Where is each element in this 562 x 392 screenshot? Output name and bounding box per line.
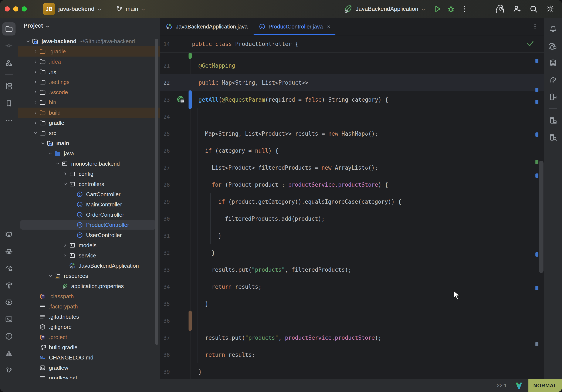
code-line[interactable]: 35} (160, 295, 544, 312)
project-panel-header[interactable]: Project ⌄ (18, 18, 160, 34)
run-button[interactable] (431, 2, 444, 16)
tree-item-application.properties[interactable]: application.properties (18, 281, 160, 291)
tree-item-gradle[interactable]: gradle (18, 118, 160, 128)
tree-item-build.gradle[interactable]: build.gradle (18, 342, 160, 353)
zoom-window-button[interactable] (22, 6, 27, 12)
tree-item-service[interactable]: service (18, 250, 160, 261)
code-line[interactable]: 36 (160, 312, 544, 329)
code-line[interactable]: 25Map<String, List<Product>> results = n… (160, 125, 544, 142)
tree-item-bin[interactable]: bin (18, 97, 160, 107)
tree-expand-toggle[interactable] (32, 110, 39, 115)
tree-item-UserController[interactable]: CUserController (18, 230, 160, 240)
tool-button-project-folder[interactable] (2, 22, 15, 36)
tree-expand-toggle[interactable] (32, 79, 39, 85)
tree-expand-toggle[interactable] (62, 181, 69, 187)
line-number[interactable]: 37 (160, 335, 170, 341)
tree-item-config[interactable]: config (18, 169, 160, 179)
tree-expand-toggle[interactable] (62, 171, 69, 177)
code-line[interactable]: 37results.put("products", productService… (160, 329, 544, 346)
line-number[interactable]: 22 (160, 80, 170, 86)
code-line[interactable]: 27List<Product> filteredProducts = new A… (160, 159, 544, 176)
tree-item-main[interactable]: main (18, 138, 160, 148)
line-number[interactable]: 21 (160, 63, 170, 69)
sticky-line-row[interactable]: 14public class ProductController { (160, 41, 544, 47)
tool-button-running-devices[interactable] (547, 90, 560, 104)
vcs-change-marker[interactable] (188, 310, 192, 331)
tool-button-terminal[interactable] (2, 313, 15, 326)
search-everywhere-button[interactable] (527, 2, 540, 16)
tree-item-.factorypath[interactable]: .factorypath (18, 301, 160, 312)
tool-button-services[interactable] (2, 296, 15, 309)
ideavim-icon[interactable] (515, 381, 523, 390)
tree-item-.settings[interactable]: .settings (18, 77, 160, 87)
tree-item-.vscode[interactable]: .vscode (18, 87, 160, 97)
project-tree-scrollbar[interactable] (155, 39, 158, 345)
tool-button-git-branch[interactable] (2, 364, 15, 377)
error-stripe-mark[interactable] (535, 252, 539, 257)
line-number[interactable]: 26 (160, 148, 170, 154)
tree-item-.gitattributes[interactable]: .gitattributes (18, 312, 160, 322)
error-stripe-mark[interactable] (535, 342, 539, 346)
code-with-me-button[interactable] (510, 2, 524, 16)
tree-item-.project[interactable]: .project (18, 332, 160, 342)
tree-item-JavaBackendApplication[interactable]: JavaBackendApplication (18, 261, 160, 271)
tree-item-models[interactable]: models (18, 240, 160, 250)
tool-button-profiler[interactable] (2, 262, 15, 275)
tool-button-structure[interactable] (2, 56, 15, 70)
code-line[interactable]: 23getAll(@RequestParam(required = false)… (160, 91, 544, 108)
tool-button-problems[interactable] (2, 330, 15, 343)
tool-button-commit[interactable] (2, 39, 15, 52)
line-number[interactable]: 30 (160, 216, 170, 222)
code-line[interactable]: 21@GetMapping (160, 57, 544, 74)
endpoint-icon[interactable] (177, 95, 185, 104)
tree-expand-toggle[interactable] (62, 243, 69, 248)
more-actions-button[interactable] (458, 2, 471, 16)
error-stripe-mark[interactable] (535, 160, 539, 164)
tree-item-resources[interactable]: resources (18, 271, 160, 281)
tool-button-bookmarks[interactable] (2, 97, 15, 110)
line-number[interactable]: 38 (160, 352, 170, 358)
settings-button[interactable] (543, 2, 557, 16)
tree-expand-toggle[interactable] (32, 100, 39, 105)
tree-expand-toggle[interactable] (47, 273, 54, 279)
tree-expand-toggle[interactable] (32, 69, 39, 75)
tree-item-ProductController[interactable]: CProductController (18, 220, 160, 230)
tree-item-.classpath[interactable]: .classpath (18, 291, 160, 301)
line-number[interactable]: 24 (160, 114, 170, 120)
line-number[interactable]: 31 (160, 233, 170, 239)
tree-item-java-backend[interactable]: java-backend~/Github/java-backend (18, 36, 160, 46)
tool-button-copilot-cat[interactable] (2, 228, 15, 241)
branch-widget[interactable]: main ⌄ (116, 5, 145, 12)
code-line[interactable]: 32} (160, 244, 544, 261)
tool-button-build-hammer[interactable] (2, 279, 15, 292)
tree-item-.gitignore[interactable]: .gitignore (18, 322, 160, 332)
editor-scrollbar[interactable] (539, 161, 543, 273)
tree-item-monostore.backend[interactable]: monostore.backend (18, 159, 160, 169)
tab-ProductController.java[interactable]: CProductController.java× (253, 18, 336, 35)
tool-button-tool-windows[interactable] (2, 80, 15, 93)
line-number[interactable]: 23 (160, 97, 170, 103)
tree-expand-toggle[interactable] (32, 59, 39, 64)
tree-expand-toggle[interactable] (32, 90, 39, 95)
close-window-button[interactable] (5, 6, 10, 12)
vcs-change-marker[interactable] (188, 90, 192, 109)
line-number[interactable]: 27 (160, 165, 170, 171)
tree-item-.nx[interactable]: .nx (18, 67, 160, 77)
error-stripe-mark[interactable] (535, 173, 539, 178)
caret-position[interactable]: 22:1 (497, 383, 507, 389)
error-stripe-mark[interactable] (535, 286, 539, 290)
tree-expand-toggle[interactable] (39, 141, 47, 146)
tree-item-OrderController[interactable]: COrderController (18, 210, 160, 220)
line-number[interactable]: 33 (160, 267, 170, 273)
code-line[interactable]: 39} (160, 363, 544, 379)
tree-item-gradlew[interactable]: gradlew (18, 363, 160, 373)
tree-expand-toggle[interactable] (32, 130, 39, 136)
line-number[interactable]: 14 (160, 41, 170, 47)
code-line[interactable]: 24 (160, 108, 544, 125)
tool-button-ai-assistant[interactable] (547, 39, 560, 52)
tree-expand-toggle[interactable] (62, 253, 69, 258)
debug-button[interactable] (444, 2, 458, 16)
tree-expand-toggle[interactable] (32, 120, 39, 126)
code-line[interactable]: 31} (160, 227, 544, 244)
code-line[interactable]: 30filteredProducts.add(product); (160, 210, 544, 227)
